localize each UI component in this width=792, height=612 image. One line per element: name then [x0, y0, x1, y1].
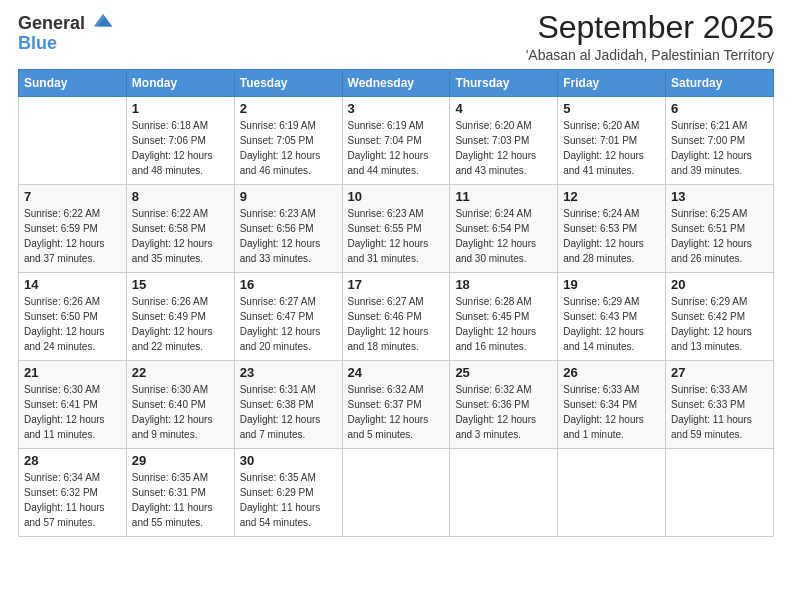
- day-info: Sunrise: 6:27 AMSunset: 6:47 PMDaylight:…: [240, 294, 337, 354]
- calendar-cell: 19Sunrise: 6:29 AMSunset: 6:43 PMDayligh…: [558, 273, 666, 361]
- day-info: Sunrise: 6:26 AMSunset: 6:50 PMDaylight:…: [24, 294, 121, 354]
- day-number: 4: [455, 101, 552, 116]
- day-number: 28: [24, 453, 121, 468]
- calendar-week-5: 28Sunrise: 6:34 AMSunset: 6:32 PMDayligh…: [19, 449, 774, 537]
- day-info: Sunrise: 6:24 AMSunset: 6:54 PMDaylight:…: [455, 206, 552, 266]
- day-info: Sunrise: 6:24 AMSunset: 6:53 PMDaylight:…: [563, 206, 660, 266]
- day-number: 30: [240, 453, 337, 468]
- calendar-cell: 27Sunrise: 6:33 AMSunset: 6:33 PMDayligh…: [666, 361, 774, 449]
- calendar-cell: 5Sunrise: 6:20 AMSunset: 7:01 PMDaylight…: [558, 97, 666, 185]
- calendar-cell: 29Sunrise: 6:35 AMSunset: 6:31 PMDayligh…: [126, 449, 234, 537]
- day-number: 20: [671, 277, 768, 292]
- day-info: Sunrise: 6:30 AMSunset: 6:40 PMDaylight:…: [132, 382, 229, 442]
- day-number: 10: [348, 189, 445, 204]
- day-info: Sunrise: 6:20 AMSunset: 7:03 PMDaylight:…: [455, 118, 552, 178]
- day-info: Sunrise: 6:32 AMSunset: 6:36 PMDaylight:…: [455, 382, 552, 442]
- calendar-cell: 25Sunrise: 6:32 AMSunset: 6:36 PMDayligh…: [450, 361, 558, 449]
- calendar-body: 1Sunrise: 6:18 AMSunset: 7:06 PMDaylight…: [19, 97, 774, 537]
- day-number: 19: [563, 277, 660, 292]
- calendar-cell: 24Sunrise: 6:32 AMSunset: 6:37 PMDayligh…: [342, 361, 450, 449]
- calendar-cell: 30Sunrise: 6:35 AMSunset: 6:29 PMDayligh…: [234, 449, 342, 537]
- day-number: 21: [24, 365, 121, 380]
- col-saturday: Saturday: [666, 70, 774, 97]
- day-info: Sunrise: 6:22 AMSunset: 6:58 PMDaylight:…: [132, 206, 229, 266]
- day-info: Sunrise: 6:33 AMSunset: 6:34 PMDaylight:…: [563, 382, 660, 442]
- calendar-cell: 28Sunrise: 6:34 AMSunset: 6:32 PMDayligh…: [19, 449, 127, 537]
- day-number: 9: [240, 189, 337, 204]
- calendar-cell: [558, 449, 666, 537]
- calendar-cell: 4Sunrise: 6:20 AMSunset: 7:03 PMDaylight…: [450, 97, 558, 185]
- logo-text: General Blue: [18, 14, 114, 54]
- calendar-cell: 1Sunrise: 6:18 AMSunset: 7:06 PMDaylight…: [126, 97, 234, 185]
- day-number: 16: [240, 277, 337, 292]
- day-number: 13: [671, 189, 768, 204]
- day-info: Sunrise: 6:19 AMSunset: 7:04 PMDaylight:…: [348, 118, 445, 178]
- calendar-cell: [666, 449, 774, 537]
- day-info: Sunrise: 6:21 AMSunset: 7:00 PMDaylight:…: [671, 118, 768, 178]
- calendar-cell: 11Sunrise: 6:24 AMSunset: 6:54 PMDayligh…: [450, 185, 558, 273]
- calendar-cell: 15Sunrise: 6:26 AMSunset: 6:49 PMDayligh…: [126, 273, 234, 361]
- day-number: 6: [671, 101, 768, 116]
- day-info: Sunrise: 6:19 AMSunset: 7:05 PMDaylight:…: [240, 118, 337, 178]
- calendar-week-1: 1Sunrise: 6:18 AMSunset: 7:06 PMDaylight…: [19, 97, 774, 185]
- logo: General Blue: [18, 14, 114, 54]
- day-number: 3: [348, 101, 445, 116]
- day-info: Sunrise: 6:27 AMSunset: 6:46 PMDaylight:…: [348, 294, 445, 354]
- day-number: 7: [24, 189, 121, 204]
- calendar-cell: 7Sunrise: 6:22 AMSunset: 6:59 PMDaylight…: [19, 185, 127, 273]
- day-number: 11: [455, 189, 552, 204]
- day-info: Sunrise: 6:28 AMSunset: 6:45 PMDaylight:…: [455, 294, 552, 354]
- calendar-cell: 8Sunrise: 6:22 AMSunset: 6:58 PMDaylight…: [126, 185, 234, 273]
- calendar-cell: 20Sunrise: 6:29 AMSunset: 6:42 PMDayligh…: [666, 273, 774, 361]
- day-number: 15: [132, 277, 229, 292]
- day-number: 25: [455, 365, 552, 380]
- calendar-cell: 23Sunrise: 6:31 AMSunset: 6:38 PMDayligh…: [234, 361, 342, 449]
- day-info: Sunrise: 6:34 AMSunset: 6:32 PMDaylight:…: [24, 470, 121, 530]
- day-number: 12: [563, 189, 660, 204]
- calendar-cell: 12Sunrise: 6:24 AMSunset: 6:53 PMDayligh…: [558, 185, 666, 273]
- calendar-cell: 21Sunrise: 6:30 AMSunset: 6:41 PMDayligh…: [19, 361, 127, 449]
- calendar-week-2: 7Sunrise: 6:22 AMSunset: 6:59 PMDaylight…: [19, 185, 774, 273]
- day-info: Sunrise: 6:33 AMSunset: 6:33 PMDaylight:…: [671, 382, 768, 442]
- page: General Blue September 2025 'Abasan al J…: [0, 0, 792, 612]
- day-number: 22: [132, 365, 229, 380]
- day-number: 5: [563, 101, 660, 116]
- day-number: 18: [455, 277, 552, 292]
- calendar-cell: [342, 449, 450, 537]
- day-number: 17: [348, 277, 445, 292]
- day-info: Sunrise: 6:35 AMSunset: 6:29 PMDaylight:…: [240, 470, 337, 530]
- subtitle: 'Abasan al Jadidah, Palestinian Territor…: [526, 47, 774, 63]
- day-number: 14: [24, 277, 121, 292]
- calendar-cell: 26Sunrise: 6:33 AMSunset: 6:34 PMDayligh…: [558, 361, 666, 449]
- calendar-cell: 10Sunrise: 6:23 AMSunset: 6:55 PMDayligh…: [342, 185, 450, 273]
- calendar-cell: [450, 449, 558, 537]
- day-number: 1: [132, 101, 229, 116]
- day-info: Sunrise: 6:30 AMSunset: 6:41 PMDaylight:…: [24, 382, 121, 442]
- title-block: September 2025 'Abasan al Jadidah, Pales…: [526, 10, 774, 63]
- day-number: 29: [132, 453, 229, 468]
- col-sunday: Sunday: [19, 70, 127, 97]
- calendar-header: Sunday Monday Tuesday Wednesday Thursday…: [19, 70, 774, 97]
- calendar-cell: 14Sunrise: 6:26 AMSunset: 6:50 PMDayligh…: [19, 273, 127, 361]
- col-friday: Friday: [558, 70, 666, 97]
- day-info: Sunrise: 6:25 AMSunset: 6:51 PMDaylight:…: [671, 206, 768, 266]
- day-info: Sunrise: 6:26 AMSunset: 6:49 PMDaylight:…: [132, 294, 229, 354]
- calendar-week-3: 14Sunrise: 6:26 AMSunset: 6:50 PMDayligh…: [19, 273, 774, 361]
- day-number: 23: [240, 365, 337, 380]
- header-row: Sunday Monday Tuesday Wednesday Thursday…: [19, 70, 774, 97]
- calendar-week-4: 21Sunrise: 6:30 AMSunset: 6:41 PMDayligh…: [19, 361, 774, 449]
- header: General Blue September 2025 'Abasan al J…: [18, 10, 774, 63]
- calendar-cell: 18Sunrise: 6:28 AMSunset: 6:45 PMDayligh…: [450, 273, 558, 361]
- calendar-cell: [19, 97, 127, 185]
- col-wednesday: Wednesday: [342, 70, 450, 97]
- day-info: Sunrise: 6:31 AMSunset: 6:38 PMDaylight:…: [240, 382, 337, 442]
- calendar-cell: 22Sunrise: 6:30 AMSunset: 6:40 PMDayligh…: [126, 361, 234, 449]
- calendar-cell: 3Sunrise: 6:19 AMSunset: 7:04 PMDaylight…: [342, 97, 450, 185]
- day-number: 2: [240, 101, 337, 116]
- col-tuesday: Tuesday: [234, 70, 342, 97]
- logo-icon: [92, 10, 114, 32]
- day-number: 8: [132, 189, 229, 204]
- day-info: Sunrise: 6:23 AMSunset: 6:55 PMDaylight:…: [348, 206, 445, 266]
- day-number: 24: [348, 365, 445, 380]
- col-monday: Monday: [126, 70, 234, 97]
